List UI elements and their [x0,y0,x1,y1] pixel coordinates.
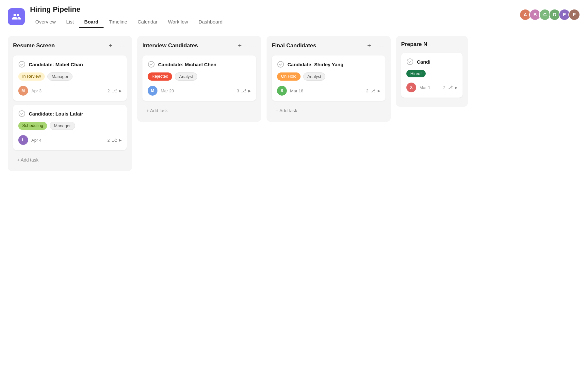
tag-manager: Manager [47,72,73,81]
column-title-final-candidates: Final Candidates [272,42,316,49]
card-tags-card-michael: RejectedAnalyst [148,72,251,81]
card-avatar-date-card-louis: LApr 4 [18,135,41,145]
card-meta-card-shirley: 2⎇▶ [366,88,380,93]
card-title-text-card-louis: Candidate: Louis Lafair [29,111,83,117]
check-circle-icon [148,61,155,68]
header-avatars: A B C D E F [519,9,580,24]
check-circle-icon [18,61,25,68]
card-title-row-card-mabel: Candidate: Mabel Chan [18,61,122,68]
card-footer-card-partial: XMar 12⎇▶ [406,83,457,92]
card-footer-card-shirley: SMar 182⎇▶ [277,86,380,96]
card-tags-card-partial: Hired! [406,70,457,77]
avatar-6: F [568,9,580,21]
column-more-btn-interview-candidates[interactable]: ··· [247,41,256,50]
check-circle-icon [406,58,414,65]
card-avatar-card-shirley: S [277,86,287,96]
card-card-michael[interactable]: Candidate: Michael ChenRejectedAnalystMM… [142,55,256,101]
column-final-candidates: Final Candidates+···Candidate: Shirley Y… [267,36,391,122]
arrow-icon-card-michael[interactable]: ▶ [248,89,251,93]
column-actions-resume-screen: +··· [106,41,127,50]
tag-analyst: Analyst [303,72,326,81]
column-add-btn-interview-candidates[interactable]: + [235,41,244,50]
tag-hired: Hired! [406,70,426,77]
subtask-count-card-shirley: 2 [366,88,368,93]
tab-dashboard[interactable]: Dashboard [193,16,228,28]
tab-list[interactable]: List [61,16,79,28]
card-date-card-michael: Mar 20 [161,88,174,93]
subtask-icon-card-mabel: ⎇ [112,88,117,93]
column-add-btn-final-candidates[interactable]: + [365,41,374,50]
subtask-icon-card-louis: ⎇ [112,137,117,143]
column-more-btn-final-candidates[interactable]: ··· [376,41,385,50]
card-tags-card-shirley: On HoldAnalyst [277,72,380,81]
tag-in-review: In Review [18,72,45,81]
column-add-btn-resume-screen[interactable]: + [106,41,115,50]
card-date-card-louis: Apr 4 [31,138,41,143]
card-meta-card-partial: 2⎇▶ [443,85,457,90]
board-container: Resume Screen+···Candidate: Mabel ChanIn… [0,28,588,367]
card-avatar-date-card-shirley: SMar 18 [277,86,303,96]
tag-on-hold: On Hold [277,72,301,81]
column-resume-screen: Resume Screen+···Candidate: Mabel ChanIn… [8,36,132,171]
project-title: Hiring Pipeline [30,5,228,14]
column-more-btn-resume-screen[interactable]: ··· [118,41,127,50]
svg-point-0 [19,61,25,67]
subtask-count-card-louis: 2 [107,138,110,143]
column-actions-interview-candidates: +··· [235,41,256,50]
card-card-partial[interactable]: CandiHired!XMar 12⎇▶ [401,53,463,98]
tab-timeline[interactable]: Timeline [104,16,132,28]
column-title-interview-candidates: Interview Candidates [142,42,198,49]
tag-manager: Manager [50,122,75,130]
svg-point-1 [19,111,25,117]
card-avatar-card-mabel: M [18,86,28,96]
card-avatar-card-louis: L [18,135,28,145]
subtask-count-card-partial: 2 [443,85,446,90]
nav-tabs: OverviewListBoardTimelineCalendarWorkflo… [30,16,228,28]
header: Hiring Pipeline OverviewListBoardTimelin… [0,0,588,28]
subtask-count-card-mabel: 2 [107,88,110,93]
card-meta-card-michael: 3⎇▶ [237,88,251,93]
card-footer-card-mabel: MApr 32⎇▶ [18,86,122,96]
check-circle-icon [277,61,284,68]
subtask-count-card-michael: 3 [237,88,239,93]
add-task-btn-interview-candidates[interactable]: + Add task [142,105,256,117]
arrow-icon-card-shirley[interactable]: ▶ [378,89,380,93]
card-title-row-card-partial: Candi [406,58,457,65]
svg-point-2 [148,61,154,67]
arrow-icon-card-partial[interactable]: ▶ [455,86,457,90]
tab-workflow[interactable]: Workflow [163,16,193,28]
card-avatar-date-card-michael: MMar 20 [148,86,174,96]
add-task-btn-final-candidates[interactable]: + Add task [272,105,385,117]
people-icon [11,12,21,22]
subtask-icon-card-partial: ⎇ [448,85,453,90]
subtask-icon-card-michael: ⎇ [241,88,246,93]
tag-analyst: Analyst [175,72,197,81]
card-title-row-card-shirley: Candidate: Shirley Yang [277,61,380,68]
svg-point-4 [407,59,413,65]
card-title-row-card-michael: Candidate: Michael Chen [148,61,251,68]
app-icon [8,8,25,25]
tab-calendar[interactable]: Calendar [132,16,163,28]
arrow-icon-card-louis[interactable]: ▶ [119,138,122,142]
card-footer-card-louis: LApr 42⎇▶ [18,135,122,145]
add-task-btn-resume-screen[interactable]: + Add task [13,154,127,166]
column-actions-final-candidates: +··· [365,41,385,50]
card-avatar-card-partial: X [406,83,416,92]
card-meta-card-mabel: 2⎇▶ [107,88,122,93]
card-date-card-shirley: Mar 18 [290,88,303,93]
card-card-mabel[interactable]: Candidate: Mabel ChanIn ReviewManagerMAp… [13,55,127,101]
header-title-nav: Hiring Pipeline OverviewListBoardTimelin… [30,5,228,28]
card-title-text-card-michael: Candidate: Michael Chen [158,62,216,67]
card-meta-card-louis: 2⎇▶ [107,137,122,143]
card-avatar-card-michael: M [148,86,157,96]
tab-board[interactable]: Board [79,16,104,28]
card-card-shirley[interactable]: Candidate: Shirley YangOn HoldAnalystSMa… [272,55,385,101]
card-footer-card-michael: MMar 203⎇▶ [148,86,251,96]
tab-overview[interactable]: Overview [30,16,61,28]
card-title-text-card-partial: Candi [417,59,431,65]
card-card-louis[interactable]: Candidate: Louis LafairSchedulingManager… [13,105,127,150]
column-header-prepare-n: Prepare N [401,41,463,48]
tag-scheduling: Scheduling [18,122,47,130]
arrow-icon-card-mabel[interactable]: ▶ [119,89,122,93]
column-interview-candidates: Interview Candidates+···Candidate: Micha… [137,36,261,122]
